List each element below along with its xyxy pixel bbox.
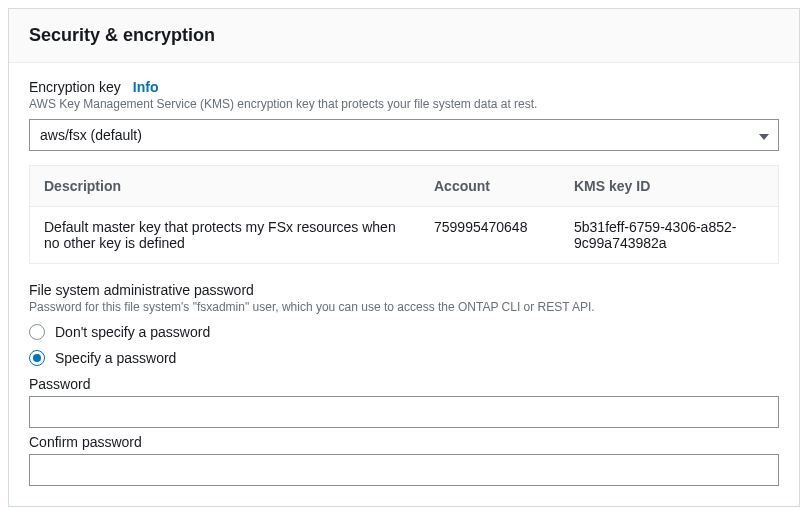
panel-header: Security & encryption	[9, 9, 799, 63]
kms-header-keyid: KMS key ID	[560, 166, 778, 206]
confirm-password-label: Confirm password	[29, 434, 779, 450]
kms-cell-keyid: 5b31feff-6759-4306-a852-9c99a743982a	[560, 207, 778, 263]
password-input[interactable]	[29, 396, 779, 428]
info-link[interactable]: Info	[133, 79, 159, 95]
kms-header-description: Description	[30, 166, 420, 206]
encryption-key-description: AWS Key Management Service (KMS) encrypt…	[29, 97, 779, 111]
encryption-key-select[interactable]: aws/fsx (default)	[29, 119, 779, 151]
confirm-password-field: Confirm password	[29, 434, 779, 486]
encryption-key-label-row: Encryption key Info	[29, 79, 779, 95]
encryption-key-select-value: aws/fsx (default)	[29, 119, 779, 151]
table-row: Default master key that protects my FSx …	[30, 207, 778, 263]
radio-specify[interactable]: Specify a password	[29, 350, 779, 366]
kms-header-account: Account	[420, 166, 560, 206]
admin-password-label: File system administrative password	[29, 282, 779, 298]
admin-password-section: File system administrative password Pass…	[29, 282, 779, 486]
kms-cell-description: Default master key that protects my FSx …	[30, 207, 420, 263]
password-field: Password	[29, 376, 779, 428]
security-encryption-panel: Security & encryption Encryption key Inf…	[8, 8, 800, 507]
encryption-key-label: Encryption key	[29, 79, 121, 95]
panel-title: Security & encryption	[29, 25, 779, 46]
password-label: Password	[29, 376, 779, 392]
kms-cell-account: 759995470648	[420, 207, 560, 263]
kms-table-header: Description Account KMS key ID	[30, 166, 778, 207]
confirm-password-input[interactable]	[29, 454, 779, 486]
radio-icon-selected	[29, 350, 45, 366]
radio-dot-icon	[33, 354, 41, 362]
admin-password-description: Password for this file system's "fsxadmi…	[29, 300, 779, 314]
panel-body: Encryption key Info AWS Key Management S…	[9, 63, 799, 506]
radio-icon	[29, 324, 45, 340]
radio-dont-specify[interactable]: Don't specify a password	[29, 324, 779, 340]
radio-dont-specify-label: Don't specify a password	[55, 324, 210, 340]
admin-password-radio-group: Don't specify a password Specify a passw…	[29, 324, 779, 366]
kms-key-table: Description Account KMS key ID Default m…	[29, 165, 779, 264]
radio-specify-label: Specify a password	[55, 350, 176, 366]
